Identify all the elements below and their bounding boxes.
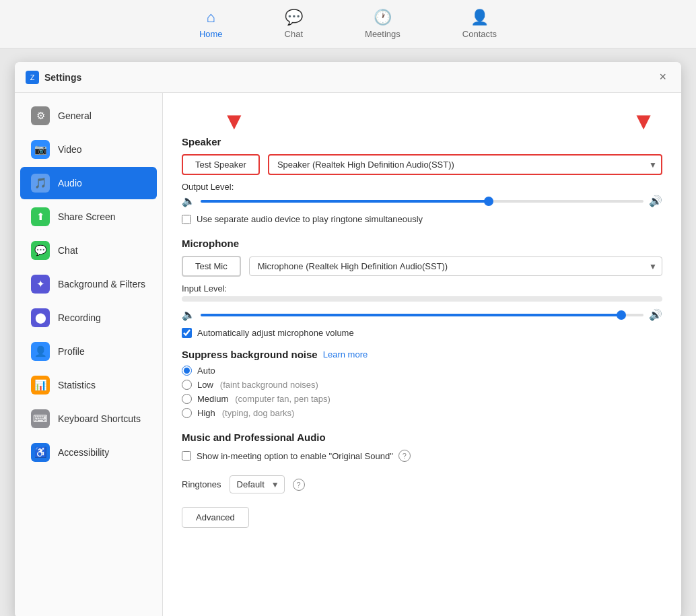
- chat-sidebar-icon: 💬: [31, 241, 50, 260]
- auto-adjust-checkbox[interactable]: [182, 328, 192, 338]
- sidebar-item-sharescreen[interactable]: ⬆ Share Screen: [20, 201, 157, 233]
- sidebar-label-general: General: [58, 110, 92, 121]
- noise-low-item: Low (faint background noises): [182, 380, 662, 390]
- bgfilters-icon: ✦: [31, 275, 50, 294]
- volume-high-icon: 🔊: [649, 195, 662, 207]
- topbar: ⌂ Home 💬 Chat 🕐 Meetings 👤 Contacts: [0, 0, 696, 48]
- keyboard-icon: ⌨: [31, 409, 50, 428]
- mic-volume-fill: [201, 314, 621, 316]
- content-area: ▼ ▼ Speaker Test Speaker Speaker (Realte…: [163, 93, 681, 616]
- noise-medium-item: Medium (computer fan, pen taps): [182, 394, 662, 404]
- speaker-row: Test Speaker Speaker (Realtek High Defin…: [182, 154, 662, 175]
- noise-medium-radio[interactable]: [182, 394, 192, 404]
- sidebar-item-profile[interactable]: 👤 Profile: [20, 335, 157, 368]
- nav-chat-label: Chat: [285, 29, 303, 39]
- noise-medium-note: (computer fan, pen taps): [235, 394, 330, 404]
- sidebar-label-accessibility: Accessibility: [58, 447, 109, 458]
- settings-dialog: Z Settings × ⚙ General 📷 Video 🎵 Audio: [15, 62, 681, 616]
- sidebar: ⚙ General 📷 Video 🎵 Audio ⬆ Share Screen…: [15, 93, 163, 616]
- noise-low-radio[interactable]: [182, 380, 192, 390]
- suppress-noise-title: Suppress background noise Learn more: [182, 349, 662, 360]
- ringtone-device-checkbox[interactable]: [182, 215, 191, 224]
- video-icon: 📷: [31, 140, 50, 159]
- mic-volume-slider[interactable]: [201, 314, 643, 316]
- right-red-arrow: ▼: [631, 109, 656, 133]
- nav-chat[interactable]: 💬 Chat: [274, 3, 314, 44]
- original-sound-row: Show in-meeting option to enable "Origin…: [182, 450, 662, 462]
- home-icon: ⌂: [207, 9, 215, 26]
- sidebar-item-accessibility[interactable]: ♿ Accessibility: [20, 436, 157, 469]
- nav-contacts-label: Contacts: [462, 29, 497, 39]
- ringtone-device-row: Use separate audio device to play ringto…: [182, 214, 662, 224]
- left-red-arrow: ▼: [222, 109, 246, 133]
- speaker-title: Speaker: [182, 136, 662, 147]
- nav-contacts[interactable]: 👤 Contacts: [452, 3, 508, 44]
- mic-volume-high-icon: 🔊: [649, 308, 662, 321]
- speaker-volume-thumb: [484, 197, 493, 206]
- profile-icon: 👤: [31, 342, 50, 361]
- general-icon: ⚙: [31, 106, 50, 125]
- learn-more-link[interactable]: Learn more: [323, 349, 368, 360]
- original-sound-checkbox[interactable]: [182, 451, 191, 460]
- accessibility-icon: ♿: [31, 443, 50, 462]
- nav-meetings-label: Meetings: [365, 29, 401, 39]
- ringtones-label: Ringtones: [182, 479, 221, 489]
- dialog-title: Settings: [44, 72, 655, 83]
- sidebar-item-general[interactable]: ⚙ General: [20, 100, 157, 132]
- sidebar-label-keyboard: Keyboard Shortcuts: [58, 413, 141, 424]
- annotation-arrows: ▼ ▼: [182, 109, 662, 133]
- ringtone-device-label: Use separate audio device to play ringto…: [197, 214, 423, 224]
- mic-volume-thumb: [617, 310, 626, 320]
- sidebar-label-profile: Profile: [58, 346, 85, 357]
- sidebar-label-chat: Chat: [58, 245, 78, 256]
- ringtone-select[interactable]: Default Ring 1 Ring 2: [230, 475, 285, 493]
- noise-high-label: High: [197, 408, 215, 418]
- advanced-button[interactable]: Advanced: [182, 507, 249, 528]
- meetings-icon: 🕐: [374, 9, 392, 26]
- speaker-device-wrapper: Speaker (Realtek High Definition Audio(S…: [268, 154, 662, 175]
- statistics-icon: 📊: [31, 376, 50, 395]
- sidebar-item-bgfilters[interactable]: ✦ Background & Filters: [20, 268, 157, 300]
- audio-icon: 🎵: [31, 174, 50, 193]
- original-sound-label: Show in-meeting option to enable "Origin…: [197, 451, 393, 461]
- output-level-label: Output Level:: [182, 182, 662, 192]
- speaker-volume-fill: [201, 200, 489, 203]
- ringtone-help-icon[interactable]: ?: [293, 479, 305, 491]
- original-sound-help-icon[interactable]: ?: [398, 450, 411, 462]
- close-button[interactable]: ×: [655, 69, 670, 85]
- recording-icon: ⬤: [31, 308, 50, 327]
- noise-auto-radio[interactable]: [182, 366, 192, 376]
- dialog-body: ⚙ General 📷 Video 🎵 Audio ⬆ Share Screen…: [15, 93, 681, 616]
- noise-high-radio[interactable]: [182, 408, 192, 418]
- mic-device-wrapper: Microphone (Realtek High Definition Audi…: [249, 256, 662, 276]
- speaker-volume-slider[interactable]: [201, 200, 643, 203]
- speaker-device-select[interactable]: Speaker (Realtek High Definition Audio(S…: [268, 154, 662, 175]
- contacts-icon: 👤: [471, 9, 489, 26]
- noise-high-note: (typing, dog barks): [222, 408, 295, 418]
- sidebar-item-recording[interactable]: ⬤ Recording: [20, 302, 157, 334]
- nav-home[interactable]: ⌂ Home: [188, 3, 234, 44]
- mic-device-select[interactable]: Microphone (Realtek High Definition Audi…: [249, 256, 662, 276]
- chat-icon: 💬: [285, 9, 303, 26]
- auto-adjust-row: Automatically adjust microphone volume: [182, 328, 662, 338]
- sidebar-item-chat[interactable]: 💬 Chat: [20, 234, 157, 267]
- noise-medium-label: Medium: [197, 394, 228, 404]
- test-mic-button[interactable]: Test Mic: [182, 256, 241, 277]
- nav-meetings[interactable]: 🕐 Meetings: [354, 3, 411, 44]
- dialog-app-icon: Z: [26, 71, 39, 84]
- sidebar-label-video: Video: [58, 144, 82, 155]
- sidebar-item-statistics[interactable]: 📊 Statistics: [20, 369, 157, 401]
- noise-auto-item: Auto: [182, 366, 662, 376]
- sidebar-item-video[interactable]: 📷 Video: [20, 133, 157, 166]
- mic-volume-low-icon: 🔈: [182, 308, 195, 321]
- noise-low-label: Low: [197, 380, 213, 390]
- noise-auto-label: Auto: [197, 366, 215, 376]
- sidebar-label-statistics: Statistics: [58, 380, 96, 390]
- sharescreen-icon: ⬆: [31, 207, 50, 226]
- test-speaker-button[interactable]: Test Speaker: [182, 154, 260, 175]
- sidebar-item-audio[interactable]: 🎵 Audio: [20, 167, 157, 199]
- microphone-title: Microphone: [182, 238, 662, 249]
- sidebar-item-keyboard[interactable]: ⌨ Keyboard Shortcuts: [20, 403, 157, 435]
- main-area: Z Settings × ⚙ General 📷 Video 🎵 Audio: [0, 48, 696, 616]
- sidebar-label-recording: Recording: [58, 312, 101, 323]
